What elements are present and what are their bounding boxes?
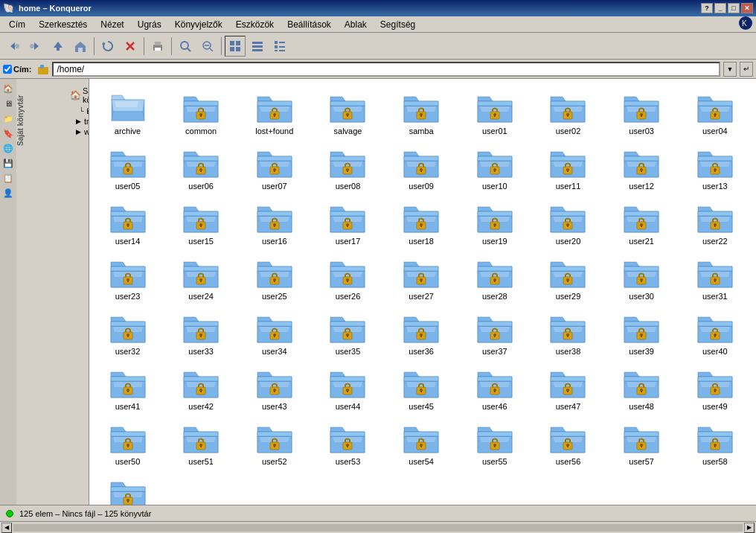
- file-item-user17[interactable]: user17: [313, 195, 383, 250]
- maximize-button[interactable]: □: [728, 3, 740, 13]
- address-input[interactable]: [52, 62, 720, 77]
- file-item-archive[interactable]: archive: [92, 85, 163, 140]
- file-item-user34[interactable]: user34: [239, 305, 310, 360]
- file-item-user05[interactable]: user05: [92, 140, 163, 195]
- file-item-user06[interactable]: user06: [166, 140, 237, 195]
- file-item-user21[interactable]: user21: [606, 195, 677, 250]
- file-item-user30[interactable]: user30: [606, 250, 677, 305]
- file-item-user19[interactable]: user19: [459, 195, 530, 250]
- sidebar-item-home[interactable]: 🏠 Saját könyv: [70, 85, 87, 106]
- scroll-right-button[interactable]: ▶: [744, 523, 755, 533]
- file-item-user26[interactable]: user26: [313, 250, 383, 305]
- menu-konyvjelek[interactable]: Könyvjelzők: [169, 18, 228, 31]
- sidebar-icon-tmp[interactable]: 📁: [1, 112, 15, 125]
- menu-ablak[interactable]: Ablak: [339, 18, 373, 31]
- file-item-user02[interactable]: user02: [533, 85, 603, 140]
- file-item-user44[interactable]: user44: [313, 360, 383, 415]
- sidebar-icon-desktop[interactable]: 🖥: [1, 97, 15, 110]
- file-item-user50[interactable]: user50: [92, 415, 163, 470]
- file-item-user42[interactable]: user42: [166, 360, 237, 415]
- file-item-user36[interactable]: user36: [386, 305, 457, 360]
- file-item-user14[interactable]: user14: [92, 195, 163, 250]
- file-item-user48[interactable]: user48: [606, 360, 677, 415]
- sidebar-item-work[interactable]: ▶ work: [70, 127, 87, 137]
- file-item-user35[interactable]: user35: [313, 305, 383, 360]
- file-item-user55[interactable]: user55: [459, 415, 530, 470]
- file-item-user45[interactable]: user45: [386, 360, 457, 415]
- file-item-user31[interactable]: user31: [679, 250, 750, 305]
- file-item-user03[interactable]: user03: [606, 85, 677, 140]
- addressbar-toggle[interactable]: [3, 65, 12, 74]
- file-item-salvage[interactable]: salvage: [313, 85, 383, 140]
- file-item-user12[interactable]: user12: [606, 140, 677, 195]
- forward-button[interactable]: [25, 36, 46, 57]
- zoom-minus-button[interactable]: [197, 36, 218, 57]
- icon-view-button[interactable]: [225, 36, 246, 57]
- home-button[interactable]: [70, 36, 91, 57]
- sidebar-icon-clipboard[interactable]: 📋: [1, 171, 15, 185]
- file-item-user59[interactable]: user59: [92, 470, 163, 505]
- file-item-user33[interactable]: user33: [166, 305, 237, 360]
- file-item-user10[interactable]: user10: [459, 140, 530, 195]
- file-item-user51[interactable]: user51: [166, 415, 237, 470]
- file-item-user39[interactable]: user39: [606, 305, 677, 360]
- print-button[interactable]: [147, 36, 168, 57]
- sidebar-icon-home[interactable]: 🏠: [1, 82, 15, 95]
- menu-segitseg[interactable]: Segítség: [374, 18, 421, 31]
- menu-ugras[interactable]: Ugrás: [132, 18, 167, 31]
- sidebar-item-tmp[interactable]: ▶ tmp: [70, 116, 87, 127]
- file-item-user20[interactable]: user20: [533, 195, 603, 250]
- file-item-user53[interactable]: user53: [313, 415, 383, 470]
- list-view-button[interactable]: [247, 36, 268, 57]
- address-dropdown-button[interactable]: ▼: [723, 62, 737, 77]
- sidebar-icon-network[interactable]: 🌐: [1, 141, 15, 155]
- file-item-user32[interactable]: user32: [92, 305, 163, 360]
- menu-eszkozok[interactable]: Eszközök: [230, 18, 280, 31]
- file-item-user08[interactable]: user08: [313, 140, 383, 195]
- sidebar-icon-storage[interactable]: 💾: [1, 156, 15, 170]
- file-item-user40[interactable]: user40: [679, 305, 750, 360]
- file-item-user23[interactable]: user23: [92, 250, 163, 305]
- file-item-user15[interactable]: user15: [166, 195, 237, 250]
- menu-szerkesztes[interactable]: Szerkesztés: [33, 18, 93, 31]
- sidebar-icon-bookmarks[interactable]: 🔖: [1, 127, 15, 140]
- file-item-user52[interactable]: user52: [239, 415, 310, 470]
- file-item-user57[interactable]: user57: [606, 415, 677, 470]
- file-item-user38[interactable]: user38: [533, 305, 603, 360]
- back-button[interactable]: [3, 36, 24, 57]
- file-item-user01[interactable]: user01: [459, 85, 530, 140]
- file-item-user11[interactable]: user11: [533, 140, 603, 195]
- file-item-common[interactable]: common: [166, 85, 237, 140]
- file-item-user16[interactable]: user16: [239, 195, 310, 250]
- file-item-user07[interactable]: user07: [239, 140, 310, 195]
- file-item-user41[interactable]: user41: [92, 360, 163, 415]
- stop-button[interactable]: [120, 36, 141, 57]
- up-button[interactable]: [48, 36, 68, 57]
- sidebar-item-desktop[interactable]: └ 🖥 Desktop: [70, 106, 87, 116]
- menu-cim[interactable]: Cím: [3, 18, 31, 31]
- menu-beallitasok[interactable]: Beállítások: [281, 18, 337, 31]
- minimize-button[interactable]: _: [714, 3, 726, 13]
- menu-nezet[interactable]: Nézet: [94, 18, 129, 31]
- file-item-user58[interactable]: user58: [679, 415, 750, 470]
- file-item-lost+found[interactable]: lost+found: [239, 85, 310, 140]
- help-button[interactable]: ?: [701, 3, 713, 13]
- file-item-user13[interactable]: user13: [679, 140, 750, 195]
- address-enter-button[interactable]: ↵: [740, 62, 753, 77]
- sidebar-icon-user[interactable]: 👤: [1, 186, 15, 200]
- sidebar-tmp-expand[interactable]: ▶: [76, 118, 81, 125]
- scroll-horizontal-track[interactable]: [13, 524, 743, 532]
- file-item-user47[interactable]: user47: [533, 360, 603, 415]
- file-item-user28[interactable]: user28: [459, 250, 530, 305]
- file-item-user49[interactable]: user49: [679, 360, 750, 415]
- file-item-user43[interactable]: user43: [239, 360, 310, 415]
- file-item-user29[interactable]: user29: [533, 250, 603, 305]
- file-item-user25[interactable]: user25: [239, 250, 310, 305]
- file-item-user18[interactable]: user18: [386, 195, 457, 250]
- search-button[interactable]: [175, 36, 196, 57]
- close-button[interactable]: ✕: [741, 3, 753, 13]
- file-item-user24[interactable]: user24: [166, 250, 237, 305]
- sidebar-work-expand[interactable]: ▶: [76, 128, 81, 135]
- detail-view-button[interactable]: [269, 36, 290, 57]
- file-item-user04[interactable]: user04: [679, 85, 750, 140]
